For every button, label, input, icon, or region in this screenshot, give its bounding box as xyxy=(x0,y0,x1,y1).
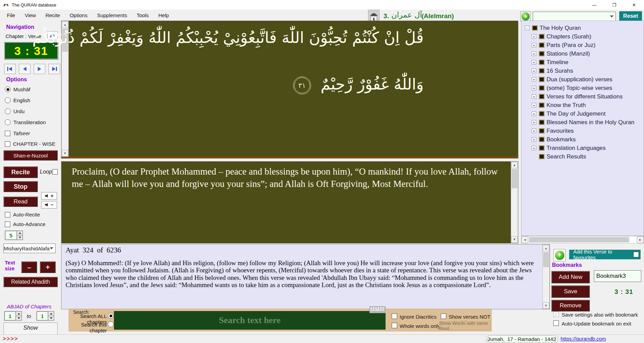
check-auto-advance[interactable]: Auto-Advance xyxy=(5,221,45,227)
related-ahadith-button[interactable]: Related Ahadith xyxy=(3,277,58,287)
menu-view[interactable]: View xyxy=(20,10,41,20)
tree-expand-icon[interactable]: + xyxy=(532,111,536,116)
tree-item-blessed-names[interactable]: +Blessed Names in the Holy Quran xyxy=(521,118,644,127)
search-this-chapter-radio[interactable] xyxy=(108,321,114,327)
recite-button[interactable]: Recite xyxy=(3,166,38,178)
check-tafseer[interactable]: Tafseer xyxy=(5,130,30,136)
abjad-from-spinner[interactable]: 1 xyxy=(4,311,22,321)
scroll-thumb[interactable] xyxy=(529,237,629,243)
text-size-increase-button[interactable]: + xyxy=(40,261,56,273)
scroll-down-icon[interactable]: ▼ xyxy=(543,302,549,309)
scroll-thumb[interactable] xyxy=(543,252,549,267)
jump-go-button[interactable] xyxy=(520,11,531,22)
previous-verse-button[interactable] xyxy=(19,64,31,74)
check-auto-recite[interactable]: Auto-Recite xyxy=(5,212,40,217)
last-verse-button[interactable] xyxy=(48,64,60,74)
menu-options[interactable]: Options xyxy=(65,10,92,20)
spin-up-icon[interactable] xyxy=(17,231,23,235)
add-verse-to-favourites-bar[interactable]: Add this Verse to favourites xyxy=(569,250,641,259)
tree-item-dua-verses[interactable]: +Dua (supplication) verses xyxy=(521,75,644,84)
scroll-thumb[interactable] xyxy=(511,169,517,188)
tree-item-timeline[interactable]: +Timeline xyxy=(521,58,644,67)
check-chapter-wise[interactable]: CHAPTER - WISE xyxy=(5,141,55,147)
radio-english[interactable]: English xyxy=(5,97,30,103)
loop-checkbox[interactable] xyxy=(52,169,58,175)
tree-expand-icon[interactable]: + xyxy=(532,51,536,56)
radio-transliteration[interactable]: Transliteration xyxy=(5,119,46,125)
tree-item-16-surahs[interactable]: +16 Surahs xyxy=(521,67,644,75)
spin-down-icon[interactable] xyxy=(17,235,23,240)
radio-mushaf[interactable]: Mushāf xyxy=(5,86,30,92)
abjad-to-spinner[interactable]: 1 xyxy=(36,311,54,321)
tree-expand-icon[interactable]: + xyxy=(532,137,536,142)
menu-tools[interactable]: Tools xyxy=(132,10,153,20)
tree-expand-icon[interactable]: + xyxy=(532,146,536,150)
shan-e-nuzool-button[interactable]: Shan-e-Nuzool xyxy=(3,150,58,161)
not-containing-checkbox[interactable] xyxy=(441,314,446,319)
commentary-scrollbar[interactable]: ▲ ▼ xyxy=(542,245,550,309)
menu-supplements[interactable]: Supplements xyxy=(92,10,132,20)
scroll-down-icon[interactable]: ▼ xyxy=(511,236,518,243)
read-button[interactable]: Read xyxy=(3,197,38,207)
keyboard-icon[interactable] xyxy=(369,306,386,313)
bookmark-name-field[interactable] xyxy=(594,270,641,282)
tree-item-parts[interactable]: +Parts (Para or Juz) xyxy=(521,41,644,49)
volume-down-button[interactable]: − xyxy=(41,201,57,209)
tree-item-know-the-truth[interactable]: +Know the Truth xyxy=(521,101,644,109)
stop-button[interactable]: Stop xyxy=(3,181,38,192)
tree-expand-icon[interactable]: + xyxy=(532,94,536,99)
tree-item-chapters[interactable]: +Chapters (Surah) xyxy=(521,32,644,41)
close-button[interactable]: ✕ xyxy=(624,0,644,10)
reset-button[interactable]: Reset xyxy=(619,11,642,21)
tree-item-verses-situations[interactable]: +Verses for different Situations xyxy=(521,92,644,101)
tree-expand-icon[interactable]: + xyxy=(532,69,536,73)
scroll-up-icon[interactable]: ▲ xyxy=(543,245,549,251)
delay-spinner[interactable]: 5 xyxy=(5,230,23,240)
whole-words-checkbox[interactable] xyxy=(392,323,397,328)
spin-up-icon[interactable] xyxy=(16,311,22,316)
auto-update-checkbox[interactable] xyxy=(553,320,559,326)
tree-expand-icon[interactable]: + xyxy=(532,34,536,39)
next-verse-button[interactable] xyxy=(34,64,45,74)
tree-h-scrollbar[interactable]: ◄ ► xyxy=(521,236,644,244)
tree-item-day-of-judgement[interactable]: +The Day of Judgement xyxy=(521,109,644,118)
text-size-decrease-button[interactable]: – xyxy=(21,261,37,273)
tree-expand-icon[interactable]: + xyxy=(532,103,536,107)
add-favourite-button[interactable] xyxy=(553,249,566,261)
radio-urdu[interactable]: Urdu xyxy=(5,108,25,114)
add-new-bookmark-button[interactable]: Add New xyxy=(551,271,590,283)
show-button[interactable]: Show xyxy=(3,322,58,335)
volume-up-button[interactable]: + xyxy=(41,192,57,200)
maximize-button[interactable]: ❐ xyxy=(604,0,624,10)
jump-combobox[interactable] xyxy=(533,12,616,21)
scroll-left-icon[interactable]: ◄ xyxy=(521,236,528,243)
tree-expand-icon[interactable]: + xyxy=(532,120,536,125)
search-input[interactable] xyxy=(114,311,386,330)
tree-expand-icon[interactable]: + xyxy=(532,86,536,90)
tree-expand-icon[interactable]: + xyxy=(532,43,536,47)
spin-up-icon[interactable] xyxy=(48,311,54,316)
first-verse-button[interactable] xyxy=(4,64,16,74)
tree-item-favourites[interactable]: +Favourites xyxy=(521,127,644,135)
menu-recite[interactable]: Recite xyxy=(41,10,65,20)
tree-expand-icon[interactable]: + xyxy=(532,60,536,64)
minimize-button[interactable]: — xyxy=(584,0,604,10)
same-root-button[interactable]: Show Words with same Root xyxy=(439,321,491,330)
qurandb-link[interactable]: https://qurandb.com xyxy=(561,336,606,342)
scroll-up-icon[interactable]: ▲ xyxy=(511,162,518,168)
save-bookmark-button[interactable]: Save xyxy=(551,285,590,298)
tree-item-topic-wise-verses[interactable]: +(some) Topic-wise verses xyxy=(521,84,644,92)
scroll-down-icon[interactable]: ▼ xyxy=(62,150,68,156)
tree-item-search-results[interactable]: Search Results xyxy=(521,152,644,161)
translation-scrollbar[interactable]: ▲ ▼ xyxy=(511,162,518,243)
favourites-checkbox[interactable] xyxy=(633,252,639,257)
spin-down-icon[interactable] xyxy=(48,316,54,320)
tree-item-the-holy-quran[interactable]: -The Holy Quran xyxy=(521,24,644,32)
menu-help[interactable]: Help xyxy=(153,10,174,20)
tree-item-bookmarks[interactable]: +Bookmarks xyxy=(521,135,644,144)
remove-bookmark-button[interactable]: Remove xyxy=(551,300,590,311)
scroll-up-icon[interactable]: ▲ xyxy=(62,21,68,28)
menu-file[interactable]: File xyxy=(2,10,20,20)
tree-item-stations[interactable]: +Stations (Manzil) xyxy=(521,49,644,58)
tree-expand-icon[interactable]: + xyxy=(532,129,536,133)
